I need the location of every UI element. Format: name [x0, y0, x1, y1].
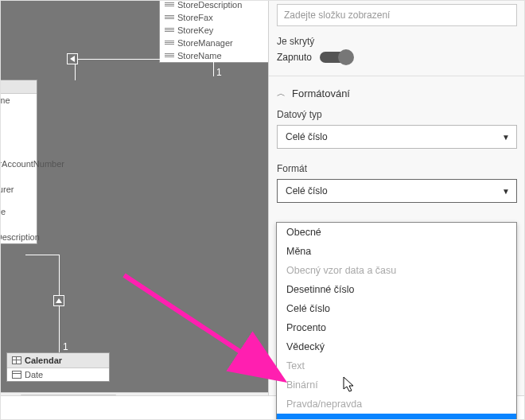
column-icon — [165, 40, 174, 46]
table-row[interactable]: StoreName — [160, 49, 270, 62]
field-label: ductDescription — [0, 232, 40, 242]
table-row[interactable]: tID — [0, 218, 37, 231]
section-title: Formátování — [292, 88, 350, 99]
chevron-down-icon: ▼ — [502, 187, 510, 196]
table-icon — [12, 356, 21, 364]
relationship-arrow-icon — [67, 53, 78, 64]
chevron-up-icon: ︿ — [277, 88, 286, 99]
format-label: Formát — [277, 163, 517, 174]
table-row[interactable]: Date — [7, 368, 109, 381]
dropdown-option: Binární — [277, 375, 516, 395]
divider — [269, 76, 525, 76]
display-folder-input[interactable] — [277, 4, 517, 26]
dropdown-option: Text — [277, 356, 516, 375]
column-icon — [165, 27, 174, 33]
table-row[interactable]: StoreManager — [160, 37, 270, 49]
column-icon — [165, 52, 174, 59]
table-row[interactable]: StoreKey — [160, 24, 270, 37]
field-label: StoreKey — [177, 25, 213, 35]
field-label: StoreFax — [177, 13, 213, 22]
calendar-icon — [12, 371, 21, 379]
field-label: Date — [25, 370, 43, 379]
table-card-calendar[interactable]: Calendar Date — [6, 352, 110, 382]
table-row[interactable]: d Name — [0, 94, 37, 107]
dropdown-option[interactable]: Měna — [277, 242, 516, 261]
field-label: StoreDescription — [177, 0, 242, 10]
table-row[interactable]: ductDescription — [0, 231, 37, 243]
table-row[interactable] — [0, 196, 37, 205]
table-title: Calendar — [25, 356, 62, 365]
table-row[interactable]: StoreDescription — [160, 0, 270, 11]
relationship-cardinality: 1 — [63, 341, 68, 352]
dropdown-option[interactable]: Obecné — [277, 223, 516, 242]
table-row[interactable]: ntry — [0, 145, 37, 158]
field-label: tomerAccountNumber — [0, 159, 64, 169]
dropdown-option: Obecný vzor data a času — [277, 261, 516, 280]
dropdown-option[interactable]: Procento — [277, 318, 516, 337]
datatype-select[interactable]: Celé číslo ▼ — [277, 125, 517, 149]
column-icon — [165, 2, 174, 8]
table-row[interactable]: ght — [0, 170, 37, 183]
select-value: Celé číslo — [286, 131, 328, 142]
datatype-label: Datový typ — [277, 109, 517, 120]
column-icon — [165, 14, 174, 21]
diagram-canvas[interactable]: StatusStoreDescriptionStoreFaxStoreKeySt… — [1, 1, 268, 394]
table-card-product[interactable]: d NamegoryrrntrytomerAccountNumberghtufa… — [0, 80, 37, 244]
dropdown-option[interactable]: Vědecký — [277, 337, 516, 356]
table-row[interactable]: StoreFax — [160, 11, 270, 24]
dropdown-option: Pravda/nepravda — [277, 395, 516, 414]
dropdown-option[interactable]: Desetinné číslo — [277, 280, 516, 299]
format-dropdown[interactable]: ObecnéMěnaObecný vzor data a časuDesetin… — [276, 222, 517, 420]
table-row[interactable]: r — [0, 132, 37, 145]
table-row[interactable]: gory — [0, 107, 37, 119]
field-label: erDate — [0, 207, 6, 216]
format-select[interactable]: Celé číslo ▼ — [277, 179, 517, 203]
field-label: ufacturer — [0, 185, 14, 194]
field-label: StoreManager — [177, 38, 233, 48]
relationship-cardinality: 1 — [216, 67, 222, 78]
field-label: d Name — [0, 95, 10, 105]
table-row[interactable]: r — [0, 119, 37, 132]
dropdown-option[interactable]: Vlastní — [277, 414, 516, 420]
hidden-label: Je skrytý — [277, 36, 517, 47]
table-card-store[interactable]: StatusStoreDescriptionStoreFaxStoreKeySt… — [159, 0, 270, 63]
relationship-arrow-icon — [53, 295, 64, 306]
select-value: Celé číslo — [286, 185, 328, 196]
table-row[interactable]: tomerAccountNumber — [0, 158, 37, 170]
formatting-section-header[interactable]: ︿ Formátování — [277, 88, 517, 99]
table-row[interactable]: erDate — [0, 205, 37, 218]
chevron-down-icon: ▼ — [502, 133, 510, 142]
dropdown-option[interactable]: Celé číslo — [277, 299, 516, 318]
toggle-state-label: Zapnuto — [277, 52, 312, 63]
hidden-toggle[interactable] — [320, 52, 352, 63]
table-row[interactable]: ufacturer — [0, 183, 37, 196]
